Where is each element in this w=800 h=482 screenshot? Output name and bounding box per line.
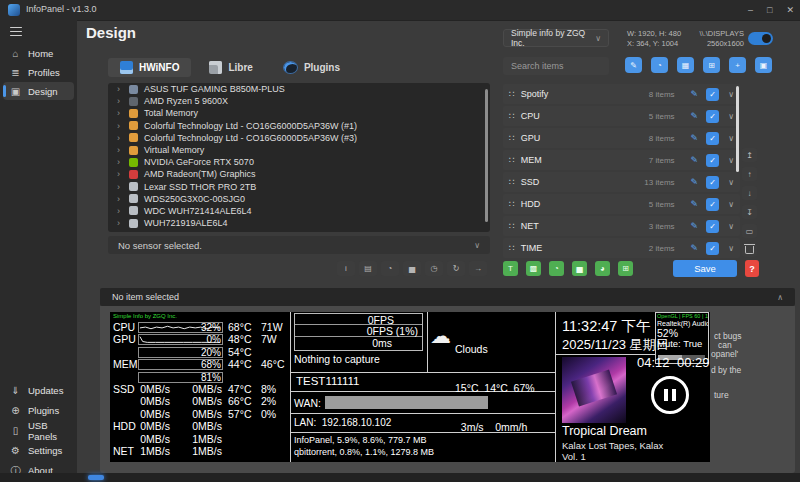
expand-chevron-icon[interactable]: ›	[117, 182, 123, 192]
group-expand-chevron-icon[interactable]: ∨	[728, 112, 734, 121]
sidebar-item[interactable]: ⌂ Home	[3, 44, 74, 62]
group-visible-checkbox[interactable]: ✓	[706, 154, 719, 167]
sidebar-item[interactable]: ⊕ Plugins	[3, 401, 74, 420]
add-widget-button[interactable]: ▩	[526, 261, 541, 276]
item-group-row[interactable]: ∷ TIME 2 items ✎ ✓ ∨	[503, 238, 740, 258]
sensor-tree-item[interactable]: › WDC WUH721414ALE6L4	[108, 205, 490, 217]
sensor-action-button[interactable]: ▤	[359, 261, 377, 276]
group-expand-chevron-icon[interactable]: ∨	[728, 90, 734, 99]
minimize-button[interactable]: –	[748, 5, 753, 15]
sidebar-item[interactable]: ⇓ Updates	[3, 381, 74, 400]
add-widget-button[interactable]: ◕	[595, 261, 610, 276]
save-button[interactable]: Save	[673, 260, 737, 277]
expand-chevron-icon[interactable]: ›	[117, 108, 123, 118]
sidebar-item[interactable]: ⚙ Settings	[3, 441, 74, 460]
group-expand-chevron-icon[interactable]: ∨	[728, 134, 734, 143]
menu-toggle-button[interactable]	[10, 27, 22, 36]
reorder-button[interactable]: ↓	[742, 186, 757, 200]
edit-group-icon[interactable]: ✎	[691, 177, 699, 187]
reorder-button[interactable]: ↑	[742, 167, 757, 181]
tab-plugins[interactable]: Plugins	[271, 58, 352, 77]
sensor-action-button[interactable]: i	[337, 261, 355, 276]
item-group-row[interactable]: ∷ MEM 7 items ✎ ✓ ∨	[503, 150, 740, 170]
item-group-row[interactable]: ∷ HDD 5 items ✎ ✓ ∨	[503, 194, 740, 214]
sensor-tree-item[interactable]: › ASUS TUF GAMING B850M-PLUS	[108, 83, 490, 95]
reorder-button[interactable]	[742, 243, 757, 257]
panel-toolbar-button[interactable]: ✎	[625, 57, 642, 73]
reorder-button[interactable]: ↧	[742, 205, 757, 219]
edit-group-icon[interactable]: ✎	[691, 243, 699, 253]
panel-preview[interactable]: Simple Info by ZGQ Inc. CPU 32% 68°C 71W…	[110, 312, 710, 462]
tree-scrollbar[interactable]	[485, 89, 488, 222]
sensor-action-button[interactable]: ◷	[425, 261, 443, 276]
tab-hwinfo[interactable]: HWiNFO	[108, 58, 191, 77]
group-expand-chevron-icon[interactable]: ∨	[728, 222, 734, 231]
item-group-row[interactable]: ∷ GPU 8 items ✎ ✓ ∨	[503, 128, 740, 148]
expand-chevron-icon[interactable]: ›	[117, 218, 123, 228]
help-button[interactable]: ?	[745, 260, 759, 277]
item-group-row[interactable]: ∷ CPU 5 items ✎ ✓ ∨	[503, 106, 740, 126]
group-expand-chevron-icon[interactable]: ∨	[728, 178, 734, 187]
expand-chevron-icon[interactable]: ›	[117, 96, 123, 106]
sensor-tree-item[interactable]: › AMD Radeon(TM) Graphics	[108, 168, 490, 180]
group-visible-checkbox[interactable]: ✓	[706, 198, 719, 211]
sensor-tree-item[interactable]: › Colorful Technology Ltd - CO16G6000D5A…	[108, 120, 490, 132]
expand-chevron-icon[interactable]: ›	[117, 145, 123, 155]
group-visible-checkbox[interactable]: ✓	[706, 176, 719, 189]
group-visible-checkbox[interactable]: ✓	[706, 88, 719, 101]
sensor-tree-item[interactable]: › NVIDIA GeForce RTX 5070	[108, 156, 490, 168]
sidebar-item[interactable]: ▯ USB Panels	[3, 421, 74, 440]
tab-libre[interactable]: Libre	[197, 58, 264, 77]
expand-chevron-icon[interactable]: ›	[117, 169, 123, 179]
expand-chevron-icon[interactable]: ›	[117, 133, 123, 143]
panel-toolbar-button[interactable]: ▦	[677, 57, 694, 73]
item-group-row[interactable]: ∷ Spotify 8 items ✎ ✓ ∨	[503, 84, 740, 104]
sensor-action-button[interactable]: ▅	[403, 261, 421, 276]
sensor-tree-item[interactable]: › Virtual Memory	[108, 144, 490, 156]
panel-toolbar-button[interactable]: ▣	[755, 57, 772, 73]
sensor-tree-item[interactable]: › Total Memory	[108, 107, 490, 119]
edit-group-icon[interactable]: ✎	[691, 199, 699, 209]
close-button[interactable]: ✕	[786, 5, 794, 15]
groups-scrollbar[interactable]	[736, 86, 739, 172]
panel-toolbar-button[interactable]: ⊞	[703, 57, 720, 73]
sensor-action-button[interactable]: ◔	[381, 261, 399, 276]
expand-chevron-icon[interactable]: ›	[117, 157, 123, 167]
expand-chevron-icon[interactable]: ›	[117, 206, 123, 216]
item-group-row[interactable]: ∷ SSD 13 items ✎ ✓ ∨	[503, 172, 740, 192]
group-visible-checkbox[interactable]: ✓	[706, 110, 719, 123]
edit-group-icon[interactable]: ✎	[691, 111, 699, 121]
taskbar-app-icon[interactable]	[88, 475, 104, 480]
group-expand-chevron-icon[interactable]: ∨	[728, 156, 734, 165]
item-group-row[interactable]: ∷ NET 3 items ✎ ✓ ∨	[503, 216, 740, 236]
sidebar-item[interactable]: ≣ Profiles	[3, 63, 74, 81]
selection-status-bar[interactable]: No item selected ∧	[100, 288, 795, 306]
sensor-tree-item[interactable]: › WDS250G3X0C-00SJG0	[108, 193, 490, 205]
edit-group-icon[interactable]: ✎	[691, 155, 699, 165]
group-expand-chevron-icon[interactable]: ∨	[728, 244, 734, 253]
reorder-button[interactable]: ↥	[742, 148, 757, 162]
sensor-tree-item[interactable]: › AMD Ryzen 5 9600X	[108, 95, 490, 107]
edit-group-icon[interactable]: ✎	[691, 221, 699, 231]
add-widget-button[interactable]: ▅	[572, 261, 587, 276]
add-widget-button[interactable]: ◔	[549, 261, 564, 276]
sensor-tree-item[interactable]: › WUH721919ALE6L4	[108, 217, 490, 229]
add-widget-button[interactable]: ⊞	[618, 261, 633, 276]
display-toggle[interactable]	[748, 32, 773, 45]
sensor-action-button[interactable]: →	[469, 261, 487, 276]
panel-toolbar-button[interactable]: +	[729, 57, 746, 73]
profile-select-dropdown[interactable]: Simple info by ZGQ Inc. ∨	[503, 29, 609, 47]
edit-group-icon[interactable]: ✎	[691, 89, 699, 99]
sensor-tree-item[interactable]: › Colorful Technology Ltd - CO16G6000D5A…	[108, 132, 490, 144]
edit-group-icon[interactable]: ✎	[691, 133, 699, 143]
sidebar-item[interactable]: ▣ Design	[3, 82, 74, 100]
group-expand-chevron-icon[interactable]: ∨	[728, 200, 734, 209]
panel-toolbar-button[interactable]: ◔	[651, 57, 668, 73]
group-visible-checkbox[interactable]: ✓	[706, 132, 719, 145]
sensor-tree-item[interactable]: › Lexar SSD THOR PRO 2TB	[108, 181, 490, 193]
reorder-button[interactable]: ▭	[742, 224, 757, 238]
group-visible-checkbox[interactable]: ✓	[706, 242, 719, 255]
search-input[interactable]	[503, 57, 609, 75]
expand-chevron-icon[interactable]: ›	[117, 121, 123, 131]
expand-chevron-icon[interactable]: ›	[117, 84, 123, 94]
